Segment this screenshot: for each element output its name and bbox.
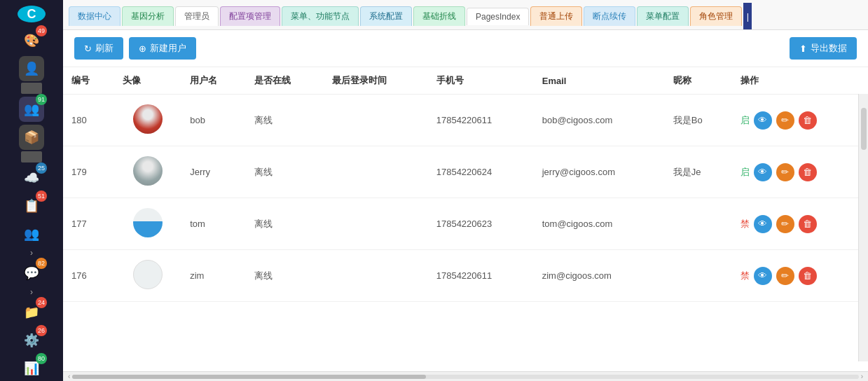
table-row: 176 zim 离线 17854220611 zim@cigoos.com 禁 … — [63, 250, 868, 302]
view-button[interactable]: 👁 — [754, 267, 772, 285]
badge-7: 82 — [36, 258, 47, 269]
delete-button[interactable]: 🗑 — [799, 163, 817, 181]
badge-5: 51 — [36, 190, 47, 202]
cell-id: 176 — [63, 250, 114, 302]
new-user-label: 新建用户 — [150, 42, 186, 55]
edit-button[interactable]: ✏ — [776, 163, 794, 181]
palette-icon: 🎨 49 — [19, 28, 44, 53]
sidebar-item-4[interactable]: ☁️ 25 — [7, 165, 56, 190]
refresh-button[interactable]: ↻ 刷新 — [74, 37, 123, 60]
scroll-track — [72, 375, 858, 379]
table-row: 179 Jerry 离线 17854220624 jerry@cigoos.co… — [63, 146, 868, 198]
cell-nickname — [665, 198, 732, 250]
tab-gene-analysis[interactable]: 基因分析 — [122, 6, 174, 26]
col-online: 是否在线 — [246, 67, 324, 95]
scroll-left-arrow[interactable]: ‹ — [66, 373, 72, 380]
export-icon: ⬆ — [799, 43, 807, 54]
edit-button[interactable]: ✏ — [776, 215, 794, 233]
cell-action: 禁 👁 ✏ 🗑 — [732, 250, 868, 302]
cell-avatar — [114, 146, 181, 198]
sidebar-item-7[interactable]: 💬 82 › — [7, 261, 56, 297]
cell-nickname: 我是Bo — [665, 95, 732, 146]
tab-sys-config[interactable]: 系统配置 — [360, 6, 412, 26]
tab-base-line[interactable]: 基础折线 — [413, 6, 465, 26]
enable-status[interactable]: 启 — [740, 114, 750, 127]
view-button[interactable]: 👁 — [754, 111, 772, 130]
horizontal-scrollbar[interactable]: ‹ › — [63, 371, 868, 381]
delete-button[interactable]: 🗑 — [799, 111, 817, 130]
table-row: 177 tom 离线 17854220623 tom@cigoos.com 禁 … — [63, 198, 868, 250]
toolbar-left: ↻ 刷新 ⊕ 新建用户 — [74, 37, 196, 60]
cloud-icon: ☁️ 25 — [19, 165, 44, 190]
tab-menu-nodes[interactable]: 菜单、功能节点 — [282, 6, 359, 26]
cell-id: 179 — [63, 146, 114, 198]
sidebar-item-0[interactable]: 🎨 49 — [7, 28, 56, 53]
delete-button[interactable]: 🗑 — [799, 215, 817, 233]
users-icon: 👥 91 — [19, 97, 44, 122]
sidebar-item-10[interactable]: 📊 80 — [7, 356, 56, 381]
tab-resume-upload[interactable]: 断点续传 — [584, 6, 635, 26]
export-button[interactable]: ⬆ 导出数据 — [790, 37, 857, 60]
cell-avatar — [114, 95, 181, 146]
tab-role-manage[interactable]: 角色管理 — [690, 6, 742, 26]
avatar — [133, 260, 163, 289]
col-last-login: 最后登录时间 — [324, 67, 428, 95]
cell-last-login — [324, 95, 428, 146]
sidebar-item-9[interactable]: ⚙️ 26 — [7, 328, 56, 353]
new-user-button[interactable]: ⊕ 新建用户 — [129, 37, 196, 60]
cell-online: 离线 — [246, 95, 324, 146]
tab-data-center[interactable]: 数据中心 — [69, 6, 120, 26]
enable-status[interactable]: 禁 — [740, 270, 750, 282]
tab-normal-upload[interactable]: 普通上传 — [530, 6, 582, 26]
tab-menu-config[interactable]: 菜单配置 — [637, 6, 689, 26]
avatar — [133, 156, 163, 186]
cell-action: 禁 👁 ✏ 🗑 — [732, 198, 868, 250]
col-action: 操作 — [732, 67, 868, 95]
badge-4: 25 — [36, 162, 47, 174]
view-button[interactable]: 👁 — [754, 215, 772, 233]
cell-phone: 17854220624 — [428, 146, 534, 198]
edit-button[interactable]: ✏ — [776, 111, 794, 130]
badge-10: 80 — [36, 353, 47, 364]
folder-icon: 📁 24 — [19, 300, 44, 325]
sidebar-item-5[interactable]: 📋 51 — [7, 193, 56, 219]
enable-status[interactable]: 启 — [740, 166, 750, 179]
logo: C — [18, 6, 46, 22]
cell-email: jerry@cigoos.com — [534, 146, 665, 198]
arrow-6: › — [30, 248, 33, 258]
cell-phone: 17854220611 — [428, 95, 534, 146]
sidebar-item-3[interactable]: 📦 — [7, 125, 56, 162]
tab-bar: 数据中心 基因分析 管理员 配置项管理 菜单、功能节点 系统配置 基础折线 Pa… — [63, 0, 868, 30]
col-avatar: 头像 — [114, 67, 181, 95]
settings-icon: ⚙️ 26 — [19, 328, 44, 353]
badge-2: 91 — [36, 94, 47, 105]
cell-phone: 17854220623 — [428, 198, 534, 250]
tab-bar-end: | — [743, 3, 752, 29]
sidebar-item-2[interactable]: 👥 91 — [7, 97, 56, 122]
tab-admin[interactable]: 管理员 — [175, 6, 219, 26]
tab-pages-index[interactable]: PagesIndex — [467, 8, 529, 25]
scroll-thumb — [72, 375, 426, 379]
avatar — [133, 208, 163, 237]
sidebar-item-6[interactable]: 👥 › — [7, 221, 56, 258]
cell-id: 180 — [63, 95, 114, 146]
sidebar: C 🎨 49 👤 👥 91 📦 ☁️ 25 📋 51 👥 › 💬 82 › — [0, 0, 63, 381]
enable-status[interactable]: 禁 — [740, 218, 750, 230]
main-content: 数据中心 基因分析 管理员 配置项管理 菜单、功能节点 系统配置 基础折线 Pa… — [63, 0, 868, 381]
cell-avatar — [114, 198, 181, 250]
col-nickname: 昵称 — [665, 67, 732, 95]
table-row: 180 bob 离线 17854220611 bob@cigoos.com 我是… — [63, 95, 868, 146]
sidebar-item-8[interactable]: 📁 24 — [7, 300, 56, 325]
edit-button[interactable]: ✏ — [776, 267, 794, 285]
scroll-thumb-vertical — [861, 108, 867, 150]
view-button[interactable]: 👁 — [754, 163, 772, 181]
vertical-scrollbar[interactable] — [858, 94, 868, 361]
sidebar-item-1[interactable]: 👤 — [7, 56, 56, 94]
cell-username: bob — [181, 95, 246, 146]
box-icon: 📦 — [19, 125, 44, 150]
tab-config-manage[interactable]: 配置项管理 — [220, 6, 280, 26]
scroll-right-arrow[interactable]: › — [859, 373, 865, 380]
user-icon: 👤 — [19, 56, 44, 81]
group-icon: 👥 — [19, 221, 44, 247]
delete-button[interactable]: 🗑 — [799, 267, 817, 285]
